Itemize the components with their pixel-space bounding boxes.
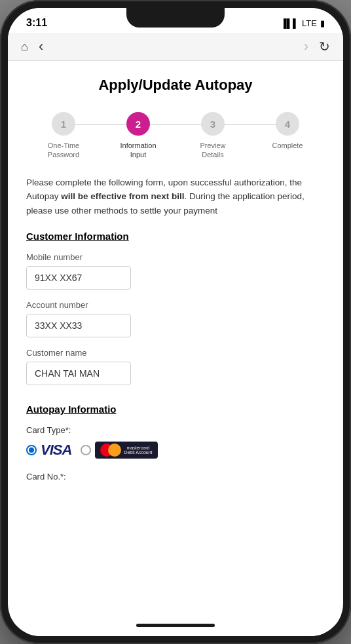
account-number-field: Account number (26, 300, 325, 337)
account-number-input[interactable] (26, 314, 131, 337)
reload-icon[interactable]: ↻ (319, 39, 330, 54)
carrier-label: LTE (302, 18, 317, 28)
phone-frame: 3:11 ▐▌▌ LTE ▮ ⌂ ‹ › ↻ Apply/Update Auto… (0, 0, 351, 644)
mc-circles (100, 444, 121, 457)
mobile-number-input[interactable] (26, 266, 131, 290)
status-icons: ▐▌▌ LTE ▮ (280, 18, 325, 28)
customer-information-section: Customer Information Mobile number Accou… (26, 231, 325, 385)
mastercard-option[interactable]: mastercardDebit Account (81, 442, 157, 459)
notch (126, 8, 225, 28)
visa-option[interactable]: VISA (26, 442, 71, 459)
step-4-circle: 4 (276, 112, 299, 136)
card-type-label: Card Type*: (26, 425, 325, 435)
card-no-label: Card No.*: (26, 472, 325, 482)
mc-right-circle (108, 444, 121, 457)
back-icon[interactable]: ‹ (39, 38, 43, 55)
card-options: VISA mastercardDebit Account (26, 442, 325, 459)
customer-name-input[interactable] (26, 362, 131, 385)
mobile-number-field: Mobile number (26, 252, 325, 290)
mc-text: mastercardDebit Account (124, 445, 152, 455)
account-number-label: Account number (26, 300, 325, 310)
step-2-label: InformationInput (120, 141, 156, 160)
step-2-circle: 2 (126, 112, 150, 136)
mastercard-logo: mastercardDebit Account (95, 442, 157, 459)
description-text: Please complete the following form, upon… (26, 176, 325, 218)
autopay-information-section: Autopay Informatio Card Type*: VISA (26, 404, 325, 482)
step-4: 4 Complete (250, 112, 325, 150)
visa-radio[interactable] (26, 445, 37, 455)
autopay-info-heading: Autopay Informatio (26, 404, 325, 415)
step-1: 1 One-TimePassword (26, 112, 101, 160)
customer-name-field: Customer name (26, 348, 325, 385)
status-time: 3:11 (26, 17, 47, 29)
home-indicator (136, 624, 215, 627)
step-4-label: Complete (272, 141, 303, 150)
step-1-circle: 1 (52, 112, 75, 136)
steps-container: 1 One-TimePassword 2 InformationInput 3 (26, 112, 325, 160)
step-3: 3 PreviewDetails (176, 112, 250, 160)
page-title: Apply/Update Autopay (26, 77, 325, 94)
mastercard-radio[interactable] (81, 445, 91, 455)
forward-icon[interactable]: › (304, 38, 308, 55)
signal-icon: ▐▌▌ (280, 18, 299, 28)
main-content: Apply/Update Autopay 1 One-TimePassword … (8, 61, 343, 614)
browser-nav: ⌂ ‹ › ↻ (8, 33, 343, 61)
step-3-label: PreviewDetails (200, 141, 225, 160)
home-icon[interactable]: ⌂ (21, 40, 28, 54)
customer-info-heading: Customer Information (26, 231, 325, 242)
battery-icon: ▮ (320, 18, 325, 28)
bottom-bar (8, 614, 343, 636)
visa-logo: VISA (41, 442, 71, 459)
customer-name-label: Customer name (26, 348, 325, 358)
desc-bold: will be effective from next bill (61, 191, 184, 201)
step-1-label: One-TimePassword (48, 141, 80, 160)
mobile-number-label: Mobile number (26, 252, 325, 262)
phone-screen: 3:11 ▐▌▌ LTE ▮ ⌂ ‹ › ↻ Apply/Update Auto… (8, 8, 343, 636)
step-3-circle: 3 (201, 112, 225, 136)
step-2: 2 InformationInput (101, 112, 176, 160)
